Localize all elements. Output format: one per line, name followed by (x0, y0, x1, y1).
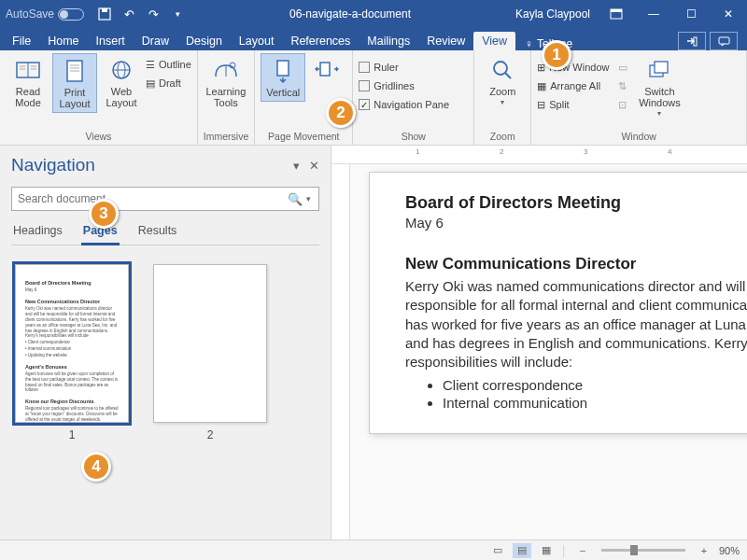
navigation-pane: Navigation ▾ ✕ 🔍 ▾ Headings Pages Result… (0, 146, 331, 539)
autosave-toggle[interactable] (58, 8, 84, 21)
search-icon[interactable]: 🔍 (284, 192, 303, 206)
document-area: 1 2 3 4 Board of Directors Meeting May 6… (331, 146, 747, 539)
group-zoom-label: Zoom (480, 129, 525, 145)
save-icon[interactable] (93, 3, 116, 25)
switch-windows-icon (645, 56, 673, 84)
group-show: Ruler Gridlines Navigation Pane Show (353, 50, 474, 145)
read-mode-button[interactable]: Read Mode (6, 53, 50, 111)
web-layout-view-icon[interactable]: ▦ (537, 543, 556, 558)
close-icon[interactable]: ✕ (710, 0, 747, 28)
redo-icon[interactable]: ↷ (142, 3, 164, 25)
nav-tab-headings[interactable]: Headings (11, 220, 64, 245)
svg-rect-3 (611, 9, 622, 12)
web-layout-button[interactable]: Web Layout (99, 53, 144, 111)
zoom-button[interactable]: Zoom ▾ (480, 53, 525, 110)
zoom-icon (488, 56, 516, 84)
chevron-down-icon: ▾ (657, 110, 661, 119)
web-layout-label: Web Layout (101, 86, 142, 108)
group-show-label: Show (359, 129, 468, 145)
nav-search[interactable]: 🔍 ▾ (11, 187, 319, 211)
draft-button[interactable]: ▤Draft (146, 75, 191, 91)
tab-mailings[interactable]: Mailings (359, 32, 418, 50)
zoom-percent[interactable]: 90% (719, 545, 740, 556)
thumbnail-1-preview[interactable]: Board of Directors Meeting May 6 New Com… (15, 264, 129, 423)
group-immersive-label: Immersive (204, 129, 248, 145)
print-layout-view-icon[interactable]: ▤ (513, 543, 531, 558)
read-mode-view-icon[interactable]: ▭ (488, 543, 507, 558)
tab-design[interactable]: Design (177, 32, 231, 50)
print-layout-button[interactable]: Print Layout (52, 53, 97, 113)
nav-tab-results[interactable]: Results (136, 220, 179, 245)
chevron-down-icon: ▾ (500, 99, 504, 107)
callout-4: 4 (81, 452, 111, 482)
zoom-slider[interactable] (601, 549, 685, 552)
nav-tabs: Headings Pages Results (11, 220, 319, 245)
comments-button[interactable] (710, 32, 738, 50)
side-to-side-button[interactable] (307, 53, 346, 87)
ribbon-options-icon[interactable] (598, 0, 635, 28)
zoom-label: Zoom (489, 86, 515, 97)
quick-access-toolbar: ↶ ↷ ▾ (90, 3, 192, 25)
autosave-label: AutoSave (6, 7, 54, 21)
undo-icon[interactable]: ↶ (118, 3, 140, 25)
view-side-icon[interactable]: ▭ (618, 59, 627, 76)
switch-windows-button[interactable]: Switch Windows ▾ (633, 53, 685, 121)
thumbnail-2-preview[interactable] (153, 264, 267, 423)
read-mode-icon (14, 56, 42, 84)
ribbon: Read Mode Print Layout Web Layout ☰Outli… (0, 50, 747, 146)
tab-home[interactable]: Home (39, 32, 87, 50)
tab-insert[interactable]: Insert (88, 32, 134, 50)
group-page-movement-label: Page Movement (261, 129, 346, 145)
zoom-in-icon[interactable]: + (695, 543, 713, 558)
tab-references[interactable]: References (282, 32, 359, 50)
share-button[interactable] (678, 32, 706, 50)
vertical-button[interactable]: Vertical (261, 53, 305, 102)
search-input[interactable] (18, 192, 284, 205)
side-icon (313, 56, 341, 84)
split-button[interactable]: ⊟Split (537, 96, 609, 113)
autosave[interactable]: AutoSave (0, 7, 90, 21)
draft-icon: ▤ (146, 77, 155, 90)
svg-rect-1 (102, 8, 107, 12)
vertical-icon (269, 57, 297, 85)
nav-menu-icon[interactable]: ▾ (293, 159, 300, 173)
gridlines-checkbox[interactable]: Gridlines (359, 77, 449, 94)
arrange-all-button[interactable]: ▦Arrange All (537, 77, 609, 94)
zoom-out-icon[interactable]: − (573, 543, 592, 558)
maximize-icon[interactable]: ☐ (672, 0, 710, 28)
learning-tools-button[interactable]: Learning Tools (204, 53, 248, 111)
document-page[interactable]: Board of Directors Meeting May 6 New Com… (369, 172, 747, 434)
tab-view[interactable]: View (473, 32, 515, 50)
tab-draw[interactable]: Draw (134, 32, 177, 50)
vertical-ruler[interactable] (331, 164, 350, 539)
qat-dropdown-icon[interactable]: ▾ (166, 3, 189, 25)
reset-window-icon[interactable]: ⊡ (618, 96, 627, 113)
callout-3: 3 (89, 199, 119, 229)
bulb-icon: ♀ (525, 37, 533, 50)
tab-review[interactable]: Review (418, 32, 473, 50)
ribbon-tabs: File Home Insert Draw Design Layout Refe… (0, 28, 747, 50)
navigation-pane-checkbox[interactable]: Navigation Pane (359, 96, 449, 113)
tab-file[interactable]: File (4, 32, 39, 50)
outline-button[interactable]: ☰Outline (146, 56, 191, 73)
svg-rect-20 (277, 61, 289, 76)
callout-2: 2 (326, 98, 356, 128)
svg-line-23 (505, 73, 511, 78)
outline-icon: ☰ (146, 59, 155, 71)
svg-point-22 (494, 62, 507, 75)
switch-windows-label: Switch Windows (635, 86, 684, 108)
search-dropdown-icon[interactable]: ▾ (303, 194, 313, 203)
document-title: 06-navigate-a-document (192, 7, 508, 21)
horizontal-ruler[interactable]: 1 2 3 4 (331, 146, 747, 164)
nav-close-icon[interactable]: ✕ (309, 159, 319, 173)
thumbnail-page-1[interactable]: Board of Directors Meeting May 6 New Com… (15, 264, 129, 441)
navigation-title: Navigation (11, 155, 95, 175)
group-views-label: Views (6, 129, 191, 145)
sync-scroll-icon[interactable]: ⇅ (618, 77, 627, 94)
doc-paragraph: Kerry Oki was named communications direc… (405, 277, 747, 371)
tab-layout[interactable]: Layout (231, 32, 283, 50)
minimize-icon[interactable]: — (635, 0, 672, 28)
ruler-checkbox[interactable]: Ruler (359, 59, 449, 76)
checkbox-icon (359, 62, 370, 73)
thumbnail-page-2[interactable]: 2 (153, 264, 267, 441)
